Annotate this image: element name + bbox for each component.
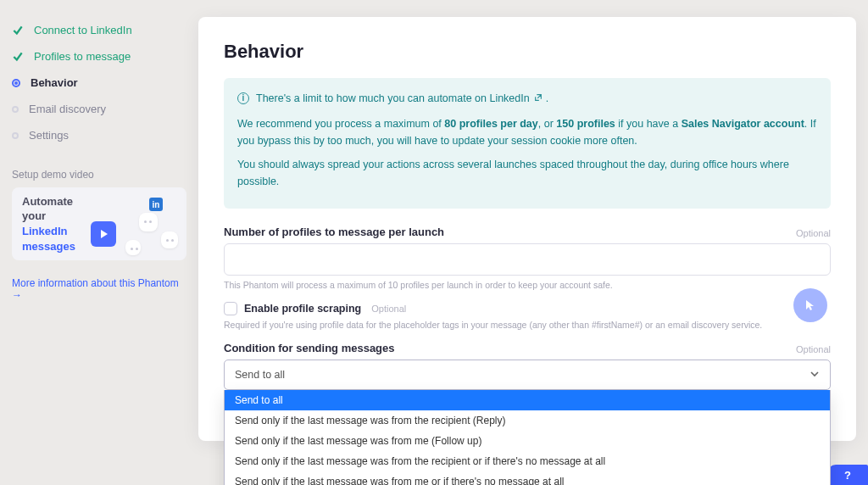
enable-scraping-checkbox[interactable] [224, 302, 237, 315]
demo-video-text: Automate your LinkedIn messages [22, 194, 75, 254]
chat-bubble-icon [139, 213, 158, 231]
step-label: Settings [29, 129, 69, 142]
info-header-text: There's a limit to how much you can auto… [256, 92, 530, 104]
demo-text-accent: messages [22, 240, 75, 253]
help-icon: ? [844, 469, 851, 482]
optional-badge: Optional [796, 344, 831, 354]
dropdown-option[interactable]: Send only if the last message was from t… [225, 451, 830, 471]
demo-text-line: Automate [22, 195, 73, 208]
check-icon [12, 51, 24, 63]
profiles-per-launch-input[interactable] [224, 243, 831, 276]
pending-dot-icon [12, 106, 19, 113]
checkbox-label: Enable profile scraping [244, 303, 361, 315]
step-connect-linkedin[interactable]: Connect to LinkedIn [12, 17, 186, 43]
step-email-discovery[interactable]: Email discovery [12, 96, 186, 122]
dropdown-option[interactable]: Send only if the last message was from m… [225, 431, 830, 451]
condition-select[interactable]: Send to all [224, 360, 831, 390]
info-dot: . [546, 92, 548, 104]
select-value: Send to all [235, 369, 285, 381]
check-icon [12, 25, 24, 36]
active-dot-icon [12, 79, 20, 87]
demo-video-label: Setup demo video [12, 169, 186, 181]
step-label: Connect to LinkedIn [34, 24, 132, 36]
more-info-link[interactable]: More information about this Phantom → [12, 277, 186, 301]
play-icon[interactable] [91, 221, 116, 247]
field-label: Condition for sending messages [224, 342, 395, 354]
sidebar: Connect to LinkedIn Profiles to message … [12, 17, 198, 485]
cursor-indicator [793, 288, 827, 322]
step-label: Email discovery [29, 103, 106, 115]
dropdown-option[interactable]: Send only if the last message was from t… [225, 410, 830, 431]
demo-video-card[interactable]: Automate your LinkedIn messages in [12, 187, 186, 260]
chat-bubble-icon [161, 231, 178, 248]
optional-badge: Optional [371, 304, 406, 314]
linkedin-icon: in [149, 198, 163, 211]
field-enable-scraping: Enable profile scraping Optional Require… [224, 302, 831, 330]
chat-bubble-icon [125, 240, 141, 255]
field-helper-text: This Phantom will process a maximum of 1… [224, 280, 831, 290]
step-list: Connect to LinkedIn Profiles to message … [12, 17, 186, 148]
external-link-icon[interactable] [532, 92, 542, 104]
help-button[interactable]: ? [827, 465, 868, 485]
page-title: Behavior [224, 41, 831, 63]
step-label: Behavior [31, 76, 78, 89]
chevron-down-icon [810, 369, 820, 382]
app-layout: Connect to LinkedIn Profiles to message … [0, 0, 868, 485]
dropdown-option[interactable]: Send to all [225, 390, 830, 410]
demo-video-illustration: in [86, 196, 178, 252]
field-profiles-per-launch: Number of profiles to message per launch… [224, 226, 831, 290]
demo-text-accent: LinkedIn [22, 225, 67, 237]
main-panel: Behavior i There's a limit to how much y… [198, 17, 856, 441]
field-condition: Condition for sending messages Optional … [224, 342, 831, 390]
step-profiles-to-message[interactable]: Profiles to message [12, 43, 186, 70]
field-helper-text: Required if you're using profile data fo… [224, 320, 831, 330]
step-behavior[interactable]: Behavior [12, 70, 186, 96]
field-label: Number of profiles to message per launch [224, 226, 444, 238]
step-label: Profiles to message [34, 50, 131, 63]
condition-dropdown: Send to all Send only if the last messag… [224, 390, 831, 485]
info-paragraph: You should always spread your actions ac… [237, 156, 817, 190]
info-paragraph: We recommend you process a maximum of 80… [237, 115, 817, 149]
dropdown-option[interactable]: Send only if the last message was from m… [225, 471, 830, 485]
info-icon: i [237, 92, 249, 104]
step-settings[interactable]: Settings [12, 122, 186, 148]
info-banner: i There's a limit to how much you can au… [224, 78, 831, 209]
pending-dot-icon [12, 132, 19, 139]
optional-badge: Optional [796, 228, 831, 238]
demo-text-line: your [22, 209, 46, 222]
